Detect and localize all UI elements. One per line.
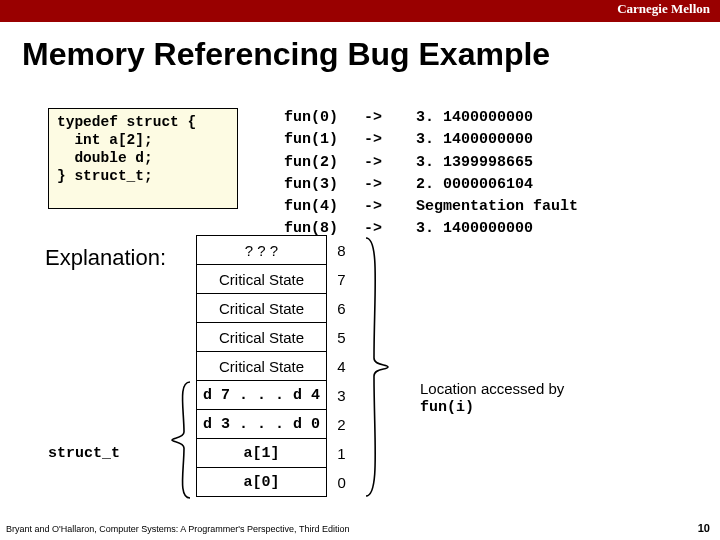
memory-index: 2 bbox=[327, 410, 357, 439]
memory-layout-table: ? ? ?8Critical State7Critical State6Crit… bbox=[196, 235, 357, 497]
code-typedef: typedef struct { int a[2]; double d; } s… bbox=[48, 108, 238, 209]
arrow-icon: -> bbox=[364, 175, 414, 195]
memory-cell: Critical State bbox=[197, 265, 327, 294]
output-row: fun(0)->3. 1400000000 bbox=[284, 108, 578, 128]
output-call: fun(3) bbox=[284, 175, 362, 195]
output-row: fun(3)->2. 0000006104 bbox=[284, 175, 578, 195]
footer-left: Bryant and O'Hallaron, Computer Systems:… bbox=[6, 524, 349, 534]
output-result: 3. 1400000000 bbox=[416, 219, 578, 239]
explanation-label: Explanation: bbox=[45, 245, 166, 271]
brace-left-icon bbox=[168, 380, 194, 500]
output-result: 3. 1400000000 bbox=[416, 130, 578, 150]
output-row: fun(2)->3. 1399998665 bbox=[284, 153, 578, 173]
arrow-icon: -> bbox=[364, 108, 414, 128]
brace-right-icon bbox=[362, 236, 392, 498]
output-block: fun(0)->3. 1400000000fun(1)->3. 14000000… bbox=[282, 106, 580, 242]
memory-row: Critical State6 bbox=[197, 294, 357, 323]
output-row: fun(1)->3. 1400000000 bbox=[284, 130, 578, 150]
memory-index: 5 bbox=[327, 323, 357, 352]
memory-index: 8 bbox=[327, 236, 357, 265]
memory-cell: Critical State bbox=[197, 294, 327, 323]
page-number: 10 bbox=[698, 522, 710, 534]
memory-index: 4 bbox=[327, 352, 357, 381]
memory-index: 7 bbox=[327, 265, 357, 294]
memory-row: d 7 . . . d 43 bbox=[197, 381, 357, 410]
memory-cell: Critical State bbox=[197, 323, 327, 352]
org-tag: Carnegie Mellon bbox=[617, 1, 710, 17]
top-banner bbox=[0, 0, 720, 22]
memory-index: 0 bbox=[327, 468, 357, 497]
memory-cell: d 7 . . . d 4 bbox=[197, 381, 327, 410]
output-row: fun(4)->Segmentation fault bbox=[284, 197, 578, 217]
memory-row: a[0]0 bbox=[197, 468, 357, 497]
location-line2: fun(i) bbox=[420, 399, 474, 416]
memory-cell: Critical State bbox=[197, 352, 327, 381]
memory-cell: a[0] bbox=[197, 468, 327, 497]
arrow-icon: -> bbox=[364, 153, 414, 173]
memory-row: ? ? ?8 bbox=[197, 236, 357, 265]
memory-row: Critical State4 bbox=[197, 352, 357, 381]
memory-row: Critical State7 bbox=[197, 265, 357, 294]
memory-index: 1 bbox=[327, 439, 357, 468]
output-call: fun(1) bbox=[284, 130, 362, 150]
output-result: 3. 1399998665 bbox=[416, 153, 578, 173]
output-result: 2. 0000006104 bbox=[416, 175, 578, 195]
memory-cell: a[1] bbox=[197, 439, 327, 468]
location-text: Location accessed by fun(i) bbox=[420, 380, 564, 416]
output-result: 3. 1400000000 bbox=[416, 108, 578, 128]
output-call: fun(2) bbox=[284, 153, 362, 173]
output-call: fun(4) bbox=[284, 197, 362, 217]
memory-row: a[1]1 bbox=[197, 439, 357, 468]
arrow-icon: -> bbox=[364, 197, 414, 217]
slide-title: Memory Referencing Bug Example bbox=[22, 36, 720, 73]
memory-index: 3 bbox=[327, 381, 357, 410]
output-result: Segmentation fault bbox=[416, 197, 578, 217]
memory-cell: d 3 . . . d 0 bbox=[197, 410, 327, 439]
memory-row: Critical State5 bbox=[197, 323, 357, 352]
struct-label: struct_t bbox=[48, 445, 120, 462]
output-call: fun(0) bbox=[284, 108, 362, 128]
memory-index: 6 bbox=[327, 294, 357, 323]
arrow-icon: -> bbox=[364, 130, 414, 150]
memory-cell: ? ? ? bbox=[197, 236, 327, 265]
location-line1: Location accessed by bbox=[420, 380, 564, 397]
memory-row: d 3 . . . d 02 bbox=[197, 410, 357, 439]
